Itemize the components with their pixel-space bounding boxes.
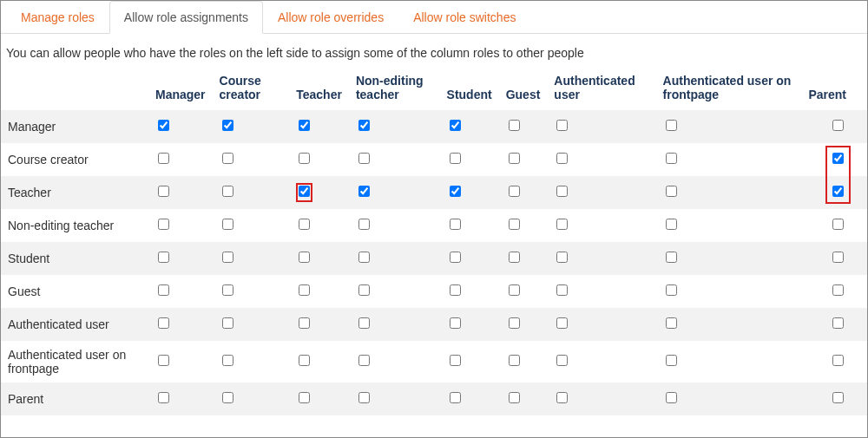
role-assign-checkbox[interactable] [358,186,370,197]
role-assign-checkbox[interactable] [450,392,461,403]
role-assign-checkbox[interactable] [450,284,461,296]
role-assign-checkbox[interactable] [556,186,568,197]
role-assign-checkbox[interactable] [666,120,677,131]
role-assign-checkbox[interactable] [450,186,461,197]
tab-allow-role-assignments[interactable]: Allow role assignments [109,1,263,34]
role-assign-checkbox[interactable] [509,355,520,366]
role-assign-checkbox[interactable] [556,120,568,131]
role-assign-checkbox[interactable] [450,252,461,263]
table-row: Teacher [1,176,867,209]
role-assign-checkbox[interactable] [666,317,677,329]
role-assign-checkbox[interactable] [158,153,169,164]
role-assign-checkbox[interactable] [666,284,677,296]
cell [148,308,213,341]
checkbox-wrap [356,117,372,136]
role-assign-checkbox[interactable] [358,120,370,131]
role-assign-checkbox[interactable] [222,186,233,197]
role-assign-checkbox[interactable] [450,355,461,366]
role-assign-checkbox[interactable] [299,120,310,131]
role-assign-checkbox[interactable] [509,317,520,329]
role-assign-checkbox[interactable] [158,392,169,403]
role-assign-checkbox[interactable] [832,252,844,263]
role-assign-checkbox[interactable] [158,120,169,131]
role-assign-checkbox[interactable] [299,219,310,230]
role-assign-checkbox[interactable] [832,186,844,197]
role-assign-checkbox[interactable] [509,153,520,164]
role-assign-checkbox[interactable] [509,186,520,197]
role-assign-checkbox[interactable] [158,284,169,296]
tab-allow-role-switches[interactable]: Allow role switches [398,1,530,34]
role-assign-checkbox[interactable] [509,120,520,131]
role-assign-checkbox[interactable] [358,317,370,329]
role-assign-checkbox[interactable] [222,355,233,366]
role-assign-checkbox[interactable] [299,355,310,366]
role-assign-checkbox[interactable] [666,355,677,366]
role-assign-checkbox[interactable] [222,252,233,263]
role-assign-checkbox[interactable] [556,392,568,403]
role-assign-checkbox[interactable] [222,284,233,296]
role-assign-checkbox[interactable] [158,186,169,197]
col-student: Student [440,69,499,110]
role-assign-checkbox[interactable] [450,153,461,164]
role-assign-checkbox[interactable] [358,355,370,366]
cell [801,209,867,242]
tab-allow-role-overrides[interactable]: Allow role overrides [263,1,398,34]
role-assign-checkbox[interactable] [556,284,568,296]
role-assign-checkbox[interactable] [299,392,310,403]
checkbox-wrap [356,183,372,202]
role-assign-checkbox[interactable] [158,317,169,329]
role-assign-checkbox[interactable] [299,252,310,263]
role-assign-checkbox[interactable] [358,153,370,164]
checkbox-wrap [663,282,680,301]
role-assign-checkbox[interactable] [222,219,233,230]
role-assign-checkbox[interactable] [158,219,169,230]
role-assign-checkbox[interactable] [556,219,568,230]
role-assign-checkbox[interactable] [358,284,370,296]
role-assign-checkbox[interactable] [299,153,310,164]
row-label: Student [1,242,148,275]
role-assign-checkbox[interactable] [666,153,677,164]
role-assign-checkbox[interactable] [832,284,844,296]
role-assign-checkbox[interactable] [556,153,568,164]
role-assign-checkbox[interactable] [450,120,461,131]
role-assign-checkbox[interactable] [222,392,233,403]
role-assign-checkbox[interactable] [666,252,677,263]
role-assign-checkbox[interactable] [299,186,310,197]
checkbox-wrap [155,282,172,301]
col-guest: Guest [499,69,548,110]
role-assign-checkbox[interactable] [666,392,677,403]
role-assign-checkbox[interactable] [450,317,461,329]
role-assign-checkbox[interactable] [358,392,370,403]
role-assign-checkbox[interactable] [299,317,310,329]
role-assign-checkbox[interactable] [222,120,233,131]
role-assign-checkbox[interactable] [222,317,233,329]
row-label: Authenticated user on frontpage [1,341,148,382]
cell [213,242,290,275]
role-assign-checkbox[interactable] [556,317,568,329]
role-assign-checkbox[interactable] [832,219,844,230]
role-assign-checkbox[interactable] [832,153,844,164]
cell [289,110,349,143]
role-assign-checkbox[interactable] [556,355,568,366]
role-assign-checkbox[interactable] [222,153,233,164]
role-assign-checkbox[interactable] [509,284,520,296]
role-assign-checkbox[interactable] [556,252,568,263]
role-assign-checkbox[interactable] [358,252,370,263]
role-assign-checkbox[interactable] [509,219,520,230]
role-assign-checkbox[interactable] [666,219,677,230]
role-assign-checkbox[interactable] [509,252,520,263]
checkbox-wrap [356,150,372,169]
role-assign-checkbox[interactable] [832,392,844,403]
role-assign-checkbox[interactable] [358,219,370,230]
role-assign-checkbox[interactable] [509,392,520,403]
role-assign-checkbox[interactable] [832,317,844,329]
role-assign-checkbox[interactable] [450,219,461,230]
role-assign-checkbox[interactable] [158,252,169,263]
tab-manage-roles[interactable]: Manage roles [6,1,109,34]
role-assign-checkbox[interactable] [666,186,677,197]
role-assign-checkbox[interactable] [832,120,844,131]
role-assign-checkbox[interactable] [158,355,169,366]
checkbox-wrap [220,352,236,371]
role-assign-checkbox[interactable] [832,355,844,366]
role-assign-checkbox[interactable] [299,284,310,296]
